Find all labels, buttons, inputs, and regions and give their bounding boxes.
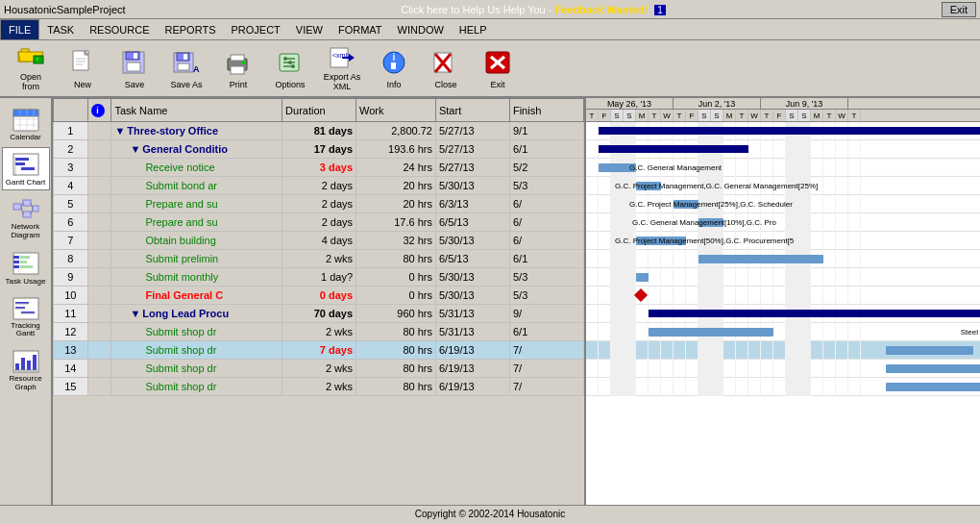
new-button[interactable]: New — [58, 43, 108, 93]
col-header-start[interactable]: Start — [435, 99, 509, 122]
gantt-row[interactable]: G.C. Project Management[50%],G.C. Procur… — [586, 232, 980, 250]
exit-button[interactable]: Exit — [942, 2, 976, 17]
gantt-row[interactable]: Steel — [586, 323, 980, 341]
gantt-cell — [848, 360, 861, 378]
exit-toolbar-button[interactable]: Exit — [473, 43, 523, 93]
sidebar-gantt[interactable]: Gantt Chart — [2, 147, 50, 190]
save-button[interactable]: Save — [110, 43, 159, 93]
table-row[interactable]: 3Receive notice3 days24 hrs5/27/135/2 — [54, 159, 584, 177]
close-button[interactable]: Close — [421, 43, 471, 93]
menu-format[interactable]: FORMAT — [331, 19, 390, 40]
task-name[interactable]: Final General C — [111, 287, 282, 305]
gantt-row[interactable] — [586, 140, 980, 159]
task-name[interactable]: Obtain building — [111, 232, 282, 250]
task-name[interactable]: ▼Long Lead Procu — [111, 305, 282, 323]
sidebar-network[interactable]: NetworkDiagram — [2, 192, 50, 244]
col-header-work[interactable]: Work — [356, 99, 436, 122]
task-name[interactable]: Receive notice — [111, 159, 282, 177]
gantt-row[interactable] — [586, 268, 980, 287]
task-name[interactable]: Submit prelimin — [111, 250, 282, 268]
sidebar-resource[interactable]: ResourceGraph — [2, 344, 50, 396]
gantt-row[interactable]: G.C. General Management — [586, 159, 980, 177]
saveas-button[interactable]: A Save As — [161, 43, 211, 93]
table-row[interactable]: 11▼Long Lead Procu70 days960 hrs5/31/139… — [54, 305, 584, 323]
table-row[interactable]: 14Submit shop dr2 wks80 hrs6/19/137/ — [54, 360, 584, 378]
gantt-cell — [798, 195, 811, 213]
task-duration: 7 days — [282, 341, 356, 360]
table-row[interactable]: 9Submit monthly1 day?0 hrs5/30/135/3 — [54, 268, 584, 287]
gantt-cell — [599, 268, 611, 287]
gantt-row[interactable] — [586, 305, 980, 323]
gantt-row[interactable]: G.C. Project Management,G.C. General Man… — [586, 177, 980, 195]
task-name[interactable]: Submit shop dr — [111, 323, 282, 341]
gantt-cell — [649, 378, 661, 396]
table-row[interactable]: 4Submit bond ar2 days20 hrs5/30/135/3 — [54, 177, 584, 195]
task-name[interactable]: Prepare and su — [111, 195, 282, 213]
table-row[interactable]: 5Prepare and su2 days20 hrs6/3/136/ — [54, 195, 584, 213]
task-name-text: Final General C — [114, 289, 223, 301]
menu-window[interactable]: WINDOW — [390, 19, 452, 40]
sidebar-tracking[interactable]: TrackingGantt — [2, 291, 50, 343]
gantt-cell — [748, 268, 761, 287]
task-name[interactable]: Submit shop dr — [111, 378, 282, 396]
menu-view[interactable]: VIEW — [288, 19, 331, 40]
gantt-week-2: Jun 2, '13 — [674, 98, 761, 110]
new-doc-icon — [67, 47, 98, 78]
info-button[interactable]: i Info — [369, 43, 419, 93]
exportxml-button[interactable]: <xml> Export AsXML — [317, 43, 367, 93]
task-name[interactable]: Submit monthly — [111, 268, 282, 287]
sidebar-taskusage[interactable]: Task Usage — [2, 246, 50, 289]
table-row[interactable]: 8Submit prelimin2 wks80 hrs6/5/136/1 — [54, 250, 584, 268]
table-row[interactable]: 12Submit shop dr2 wks80 hrs5/31/136/1 — [54, 323, 584, 341]
task-name[interactable]: Submit shop dr — [111, 360, 282, 378]
sidebar-calendar[interactable]: Calendar — [2, 102, 50, 145]
task-finish: 6/ — [509, 213, 583, 232]
table-row[interactable]: 2▼General Conditio17 days193.6 hrs5/27/1… — [54, 140, 584, 159]
menu-task[interactable]: TASK — [39, 19, 82, 40]
taskusage-icon — [11, 250, 41, 277]
task-name[interactable]: ▼Three-story Office — [111, 122, 282, 140]
menu-project[interactable]: PROJECT — [223, 19, 287, 40]
menu-reports[interactable]: REPORTS — [158, 19, 224, 40]
gantt-row[interactable] — [586, 360, 980, 378]
table-row[interactable]: 10Final General C0 days0 hrs5/30/135/3 — [54, 287, 584, 305]
table-row[interactable]: 7Obtain building4 days32 hrs5/30/136/ — [54, 232, 584, 250]
task-name[interactable]: Prepare and su — [111, 213, 282, 232]
options-button[interactable]: Options — [265, 43, 315, 93]
task-info — [87, 360, 111, 378]
task-name[interactable]: Submit bond ar — [111, 177, 282, 195]
task-name[interactable]: Submit shop dr — [111, 341, 282, 360]
gantt-cell — [736, 378, 748, 396]
table-row[interactable]: 1▼Three-story Office81 days2,800.725/27/… — [54, 122, 584, 140]
gantt-cell — [748, 378, 761, 396]
task-finish: 9/1 — [509, 122, 583, 140]
task-duration: 2 wks — [282, 250, 356, 268]
table-row[interactable]: 15Submit shop dr2 wks80 hrs6/19/137/ — [54, 378, 584, 396]
gantt-row[interactable] — [586, 287, 980, 305]
task-finish: 9/ — [509, 305, 583, 323]
col-header-finish[interactable]: Finish — [509, 99, 583, 122]
task-duration: 1 day? — [282, 268, 356, 287]
col-header-name[interactable]: Task Name — [111, 99, 282, 122]
table-row[interactable]: 6Prepare and su2 days17.6 hrs6/5/136/ — [54, 213, 584, 232]
gantt-row[interactable]: G.C. General Management[10%],G.C. Pro — [586, 213, 980, 232]
print-button[interactable]: Print — [213, 43, 263, 93]
gantt-row[interactable] — [586, 378, 980, 396]
gantt-cell — [848, 268, 861, 287]
table-row[interactable]: 13Submit shop dr7 days80 hrs6/19/137/ — [54, 341, 584, 360]
col-header-duration[interactable]: Duration — [282, 99, 356, 122]
open-button[interactable]: ↑ Openfrom — [6, 43, 56, 93]
gantt-row[interactable]: G.C. Project Management[25%],G.C. Schedu… — [586, 195, 980, 213]
gantt-cell — [586, 140, 599, 159]
gantt-row[interactable] — [586, 341, 980, 360]
gantt-row[interactable] — [586, 250, 980, 268]
menu-help[interactable]: HELP — [452, 19, 495, 40]
gantt-header: May 26, '13 Jun 2, '13 Jun 9, '13 TFSSMT… — [586, 98, 980, 122]
menu-resource[interactable]: RESOURCE — [82, 19, 157, 40]
menu-file[interactable]: FILE — [0, 19, 39, 40]
gantt-cell — [823, 159, 836, 177]
gantt-cell — [723, 378, 736, 396]
task-name[interactable]: ▼General Conditio — [111, 140, 282, 159]
gantt-row[interactable] — [586, 122, 980, 140]
title-bar: HousatonicSampleProject Click here to He… — [0, 0, 980, 19]
